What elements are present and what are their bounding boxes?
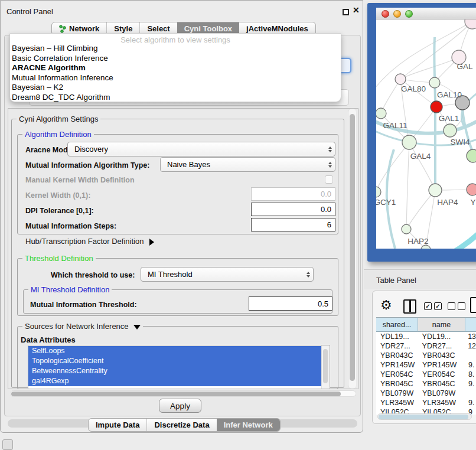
dropdown-item[interactable]: Basic Correlation Inference <box>11 54 340 64</box>
table-row[interactable]: YDR27...YDR27...12 <box>376 341 476 351</box>
hub-definition-label: Hub/Transcription Factor Definition <box>25 237 144 246</box>
tab-infer-network[interactable]: Infer Network <box>217 419 280 431</box>
which-threshold-label: Which threshold to use: <box>51 271 135 279</box>
settings-vertical-scrollbar-thumb[interactable] <box>350 114 355 381</box>
column-header-shared-name[interactable]: shared... <box>376 317 418 332</box>
tab-discretize-data[interactable]: Discretize Data <box>146 419 216 431</box>
which-threshold-combo[interactable]: MI Threshold <box>141 267 314 282</box>
table-row[interactable]: YER054CYER054C8. <box>376 370 476 379</box>
dock-panel-icon[interactable] <box>2 439 13 450</box>
column-header-name[interactable]: name <box>418 317 465 332</box>
sources-legend-label: Sources for Network Inference <box>25 322 129 331</box>
dpi-tolerance-value: 0.0 <box>321 205 331 214</box>
zoom-traffic-light-icon[interactable] <box>405 10 413 18</box>
tab-impute-data[interactable]: Impute Data <box>89 419 146 431</box>
network-canvas[interactable]: GAL GAL80 GAL10 GAL1 GAL11 SWI4 GAL4 GCY… <box>376 19 476 249</box>
mi-algorithm-type-combo[interactable]: Naive Bayes <box>160 157 335 172</box>
mi-threshold-definition-legend: MI Threshold Definition <box>28 285 112 294</box>
columns-icon[interactable] <box>403 299 416 314</box>
select-all-checks-icon[interactable]: ✓ ✓ <box>424 302 442 310</box>
cell: YBR045C <box>376 380 418 388</box>
tab-select-label: Select <box>147 24 169 33</box>
node-label: HAP2 <box>407 237 428 246</box>
network-window-titlebar[interactable] <box>376 8 476 19</box>
algorithm-dropdown: Select algorithm to view settings Bayesi… <box>9 33 341 102</box>
node-label: GAL10 <box>437 90 462 99</box>
settings-horizontal-scrollbar-thumb[interactable] <box>11 392 341 396</box>
table-row[interactable]: YDL19...YDL19...13 <box>376 332 476 341</box>
table-row[interactable]: YLR345WYLR345W9. <box>376 398 476 407</box>
tab-style-label: Style <box>114 24 132 33</box>
hub-definition-toggle[interactable]: Hub/Transcription Factor Definition <box>25 237 154 246</box>
checked-box-icon: ✓ <box>434 302 442 310</box>
deselect-all-checks-icon[interactable] <box>448 302 465 310</box>
dropdown-item[interactable]: Bayesian – K2 <box>11 83 340 93</box>
dropdown-item-selected[interactable]: ARACNE Algorithm <box>11 63 340 73</box>
spinner-icon <box>328 146 332 152</box>
kernel-width-field[interactable]: 0.0 <box>251 187 335 201</box>
cell: YLR345W <box>376 399 418 407</box>
tab-network-label: Network <box>69 24 99 33</box>
tab-impute-data-label: Impute Data <box>96 420 139 429</box>
tab-discretize-data-label: Discretize Data <box>154 420 209 429</box>
table-row[interactable]: YBR045CYBR045C9. <box>376 379 476 389</box>
unchecked-box-icon <box>448 302 455 310</box>
node-label: GAL11 <box>383 121 407 130</box>
apply-button[interactable]: Apply <box>159 399 201 413</box>
close-icon[interactable]: ✕ <box>353 5 360 15</box>
network-graph <box>376 19 476 249</box>
table-document-icon[interactable] <box>470 297 476 313</box>
manual-kernel-width-label: Manual Kernel Width Definition <box>25 176 135 184</box>
dpi-tolerance-field[interactable]: 0.0 <box>251 203 335 216</box>
column-header-partial[interactable]: A <box>465 317 476 332</box>
minimize-traffic-light-icon[interactable] <box>393 10 401 18</box>
gear-icon[interactable]: ⚙ <box>380 298 392 313</box>
dropdown-item[interactable]: Mutual Information Inference <box>11 73 340 83</box>
cell: YDR27... <box>376 342 418 350</box>
cell: 13 <box>465 332 476 341</box>
network-icon <box>59 25 66 33</box>
mi-threshold-value: 0.5 <box>318 299 328 308</box>
which-threshold-value: MI Threshold <box>148 270 193 279</box>
cell: 9. <box>465 361 474 369</box>
node-label: GAL80 <box>401 84 426 93</box>
table-row[interactable]: YBL079WYBL079W <box>376 389 476 398</box>
sources-legend-toggle[interactable]: Sources for Network Inference <box>22 322 143 331</box>
dropdown-placeholder: Select algorithm to view settings <box>10 35 341 44</box>
cell: YPR145W <box>418 361 465 369</box>
cell: YDL19... <box>376 332 418 341</box>
expand-right-icon <box>149 239 154 246</box>
cyni-bottom-tabs: Impute Data Discretize Data Infer Networ… <box>88 418 281 432</box>
cell: YER054C <box>376 370 418 379</box>
table-body[interactable]: YDL19...YDL19...13 YDR27...YDR27...12 YB… <box>376 332 476 415</box>
table-row[interactable]: YPR145WYPR145W9. <box>376 360 476 370</box>
cell: YBL079W <box>418 389 465 397</box>
aracne-mode-combo[interactable]: Discovery <box>67 142 335 156</box>
close-traffic-light-icon[interactable] <box>382 10 389 18</box>
list-item[interactable]: SelfLoops <box>28 346 322 356</box>
list-item[interactable]: TopologicalCoefficient <box>28 356 322 366</box>
cell: 9. <box>465 399 474 407</box>
node-label: SWI4 <box>450 138 470 146</box>
mi-threshold-field[interactable]: 0.5 <box>249 296 332 311</box>
list-vertical-scrollbar[interactable] <box>321 345 330 389</box>
spinner-icon <box>307 272 310 278</box>
node-label: Y <box>470 198 475 207</box>
data-attributes-list[interactable]: SelfLoops TopologicalCoefficient Between… <box>28 345 330 389</box>
tab-infer-network-label: Infer Network <box>224 420 273 429</box>
list-item[interactable]: BetweennessCentrality <box>28 366 322 376</box>
list-item[interactable]: gal4RGexp <box>28 376 322 386</box>
mi-steps-field[interactable]: 6 <box>251 218 335 231</box>
kernel-width-value: 0.0 <box>321 190 331 198</box>
dropdown-item[interactable]: Bayesian – Hill Climbing <box>11 44 340 54</box>
list-vertical-scrollbar-thumb[interactable] <box>323 349 328 383</box>
cell: YER054C <box>418 370 465 379</box>
mi-steps-value: 6 <box>327 220 331 229</box>
cell: YDR27... <box>418 342 465 350</box>
mi-threshold-label: Mutual Information Threshold: <box>30 301 137 309</box>
table-horizontal-scrollbar-thumb[interactable] <box>379 415 468 419</box>
table-row[interactable]: YBR043CYBR043C <box>376 351 476 360</box>
dropdown-item[interactable]: Dream8 DC_TDC Algorithm <box>11 93 340 103</box>
manual-kernel-width-checkbox[interactable] <box>325 175 333 184</box>
float-window-icon[interactable] <box>343 9 349 15</box>
